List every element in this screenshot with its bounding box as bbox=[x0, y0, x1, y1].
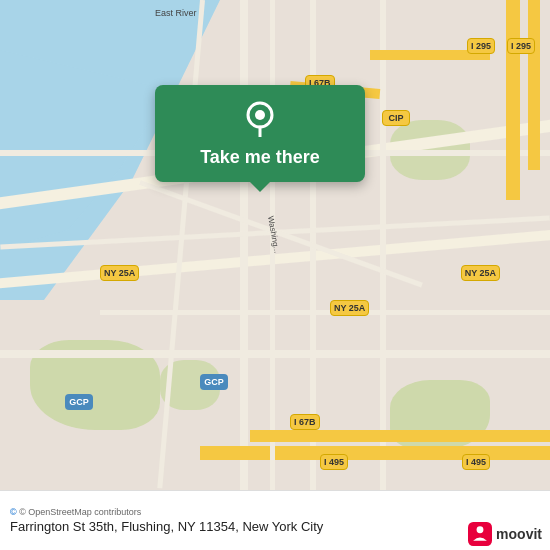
i495-badge-2: I 495 bbox=[462, 454, 490, 470]
road-vertical-1 bbox=[240, 0, 248, 490]
i295-badge-1: I 295 bbox=[507, 38, 535, 54]
location-pin-icon bbox=[242, 101, 278, 137]
road-horizontal-2 bbox=[0, 350, 550, 358]
highway-i295 bbox=[506, 0, 520, 200]
road-extra-2 bbox=[100, 310, 550, 315]
svg-point-4 bbox=[477, 526, 484, 533]
map-view[interactable]: East River Washing... I 295 I 295 I 67B … bbox=[0, 0, 550, 490]
gcp-badge-2: GCP bbox=[200, 374, 228, 390]
osm-credit: © © OpenStreetMap contributors bbox=[10, 507, 323, 517]
highway-i295-vert bbox=[528, 0, 540, 170]
i495-badge-1: I 495 bbox=[320, 454, 348, 470]
ny25a-badge-2: NY 25A bbox=[100, 265, 139, 281]
i678-badge-2: I 67B bbox=[290, 414, 320, 430]
gcp-badge-1: GCP bbox=[65, 394, 93, 410]
svg-rect-3 bbox=[468, 522, 492, 546]
highway-i495 bbox=[200, 446, 550, 460]
highway-i495-horiz bbox=[250, 430, 550, 442]
location-popup[interactable]: Take me there bbox=[155, 85, 365, 182]
moovit-logo: moovit bbox=[468, 522, 542, 546]
east-river-label: East River bbox=[155, 8, 197, 18]
footer-bar: © © OpenStreetMap contributors Farringto… bbox=[0, 490, 550, 550]
moovit-label: moovit bbox=[496, 526, 542, 542]
ny25a-badge-1: NY 25A bbox=[330, 300, 369, 316]
address-text: Farrington St 35th, Flushing, NY 11354, … bbox=[10, 519, 323, 534]
i295-badge-2: I 295 bbox=[467, 38, 495, 54]
svg-point-1 bbox=[255, 110, 265, 120]
ny25a-badge-3: NY 25A bbox=[461, 265, 500, 281]
moovit-icon bbox=[468, 522, 492, 546]
road-vertical-3 bbox=[380, 0, 386, 490]
cip-badge: CIP bbox=[382, 110, 410, 126]
take-me-there-button[interactable]: Take me there bbox=[200, 147, 320, 168]
